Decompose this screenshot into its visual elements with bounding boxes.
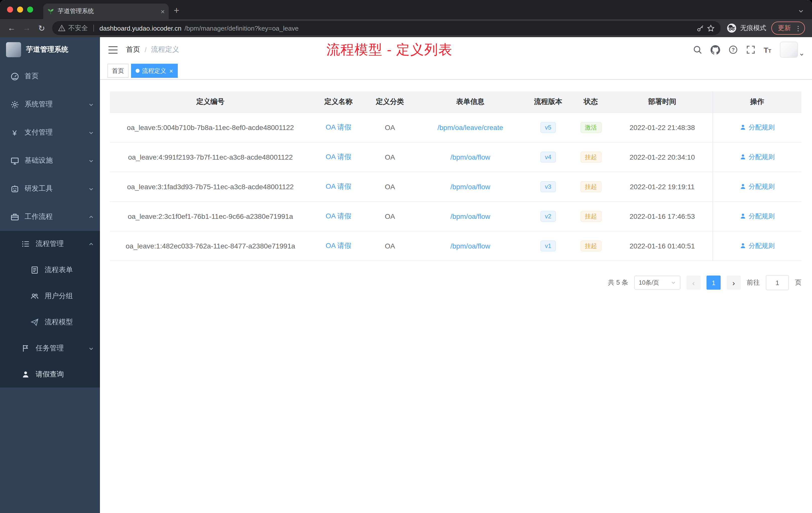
sidebar: 芋道管理系统 首页 系统管理 ¥ 支付管理: [0, 37, 100, 513]
user-icon: [740, 124, 746, 131]
chevron-down-icon: [88, 102, 94, 107]
definition-id: oa_leave:1:482ec033-762a-11ec-8477-a2380…: [110, 231, 311, 261]
breadcrumb-home[interactable]: 首页: [126, 45, 140, 54]
user-menu[interactable]: [780, 42, 804, 58]
definition-name-link[interactable]: OA 请假: [326, 241, 351, 249]
url-bar[interactable]: 不安全 dashboard.yudao.iocoder.cn /bpm/mana…: [52, 21, 721, 35]
definition-name-link[interactable]: OA 请假: [326, 153, 351, 161]
column-header-actions: 操作: [713, 91, 802, 113]
user-icon: [740, 243, 746, 249]
definition-name-link[interactable]: OA 请假: [326, 123, 351, 131]
assign-rule-button[interactable]: 分配规则: [740, 153, 775, 162]
definition-id: oa_leave:4:991f2193-7b7f-11ec-a3c8-acde4…: [110, 142, 311, 172]
form-link[interactable]: /bpm/oa/flow: [451, 212, 490, 220]
assign-rule-label: 分配规则: [749, 212, 775, 221]
sidebar-item-workflow[interactable]: 工作流程: [0, 203, 100, 231]
sidebar-item-home[interactable]: 首页: [0, 62, 100, 90]
sidebar-item-task-management[interactable]: 任务管理: [0, 335, 100, 361]
definition-category: OA: [366, 172, 414, 202]
tag-process-definition[interactable]: 流程定义 ×: [131, 64, 177, 78]
column-header-version: 流程版本: [527, 91, 570, 113]
chevron-up-icon: [88, 241, 94, 247]
bookmark-star-icon[interactable]: [707, 24, 715, 32]
tag-home[interactable]: 首页: [108, 64, 128, 78]
browser-update-button[interactable]: 更新 ⋮: [771, 22, 805, 35]
prev-page-button[interactable]: ‹: [687, 276, 700, 290]
back-button[interactable]: ←: [7, 24, 16, 33]
window-minimize-button[interactable]: [17, 6, 23, 12]
sidebar-item-label: 流程模型: [45, 318, 94, 327]
user-icon: [740, 183, 746, 190]
window-maximize-button[interactable]: [27, 6, 33, 12]
goto-page-input[interactable]: [766, 275, 789, 290]
page-unit-label: 页: [795, 278, 802, 287]
sidebar-item-devtools[interactable]: 研发工具: [0, 175, 100, 203]
version-badge: v1: [540, 240, 556, 251]
sidebar-item-leave-query[interactable]: 请假查询: [0, 361, 100, 388]
sidebar-item-infrastructure[interactable]: 基础设施: [0, 147, 100, 175]
assign-rule-button[interactable]: 分配规则: [740, 182, 775, 191]
incognito-indicator: 无痕模式: [727, 23, 766, 33]
form-link[interactable]: /bpm/oa/flow: [451, 183, 490, 191]
search-icon[interactable]: [693, 45, 702, 54]
help-icon[interactable]: ?: [728, 45, 737, 54]
definition-id: oa_leave:3:1fad3d93-7b75-11ec-a3c8-acde4…: [110, 172, 311, 202]
github-icon[interactable]: [710, 45, 720, 55]
not-secure-warning-icon: [58, 25, 65, 32]
sidebar-item-system[interactable]: 系统管理: [0, 90, 100, 118]
column-header-name: 定义名称: [311, 91, 366, 113]
definition-table: 定义编号 定义名称 定义分类 表单信息 流程版本 状态 部署时间 操作 oa_l: [110, 91, 802, 261]
workflow-submenu: 流程管理 流程表单 用户分组: [0, 231, 100, 388]
deploy-time: 2022-01-22 21:48:38: [612, 113, 713, 142]
version-badge: v2: [540, 211, 556, 222]
tags-view-bar: 首页 流程定义 ×: [100, 62, 812, 80]
reload-button[interactable]: ↻: [37, 23, 46, 33]
sidebar-item-process-model[interactable]: 流程模型: [0, 309, 100, 335]
incognito-label: 无痕模式: [740, 24, 766, 33]
sidebar-toggle-hamburger-icon[interactable]: [108, 46, 118, 54]
assign-rule-button[interactable]: 分配规则: [740, 123, 775, 132]
url-host: dashboard.yudao.iocoder.cn: [99, 24, 181, 32]
chevron-down-icon: [671, 280, 676, 285]
tag-close-icon[interactable]: ×: [169, 67, 173, 74]
browser-tab[interactable]: 芋道管理系统 ×: [43, 3, 169, 19]
assign-rule-button[interactable]: 分配规则: [740, 241, 775, 250]
top-navbar: 首页 / 流程定义 流程模型 - 定义列表 ?: [100, 37, 812, 62]
fullscreen-icon[interactable]: [746, 45, 755, 54]
tab-search-chevron-icon[interactable]: [798, 8, 804, 14]
form-link[interactable]: /bpm/oa/leave/create: [437, 123, 503, 131]
column-header-status: 状态: [570, 91, 612, 113]
forward-button[interactable]: →: [22, 24, 31, 33]
definition-id: oa_leave:2:3c1f0ef1-76b1-11ec-9c66-a2380…: [110, 202, 311, 231]
browser-tab-strip: 芋道管理系统 × +: [0, 0, 812, 19]
sidebar-item-label: 流程管理: [36, 239, 85, 248]
page-size-select[interactable]: 10条/页: [634, 276, 680, 290]
breadcrumb: 首页 / 流程定义: [126, 45, 179, 54]
next-page-button[interactable]: ›: [727, 276, 741, 290]
chevron-down-icon: [88, 158, 94, 163]
assign-rule-button[interactable]: 分配规则: [740, 212, 775, 221]
page-number-button[interactable]: 1: [706, 276, 721, 290]
sidebar-item-process-management[interactable]: 流程管理: [0, 231, 100, 257]
table-row: oa_leave:5:004b710b-7b8a-11ec-8ef0-acde4…: [110, 113, 802, 142]
definition-name-link[interactable]: OA 请假: [326, 212, 351, 220]
chevron-down-icon: [88, 130, 94, 135]
form-link[interactable]: /bpm/oa/flow: [451, 153, 490, 161]
browser-menu-icon[interactable]: ⋮: [795, 24, 802, 32]
tab-close-icon[interactable]: ×: [161, 8, 165, 15]
sidebar-item-payment[interactable]: ¥ 支付管理: [0, 118, 100, 147]
window-close-button[interactable]: [7, 6, 13, 12]
sidebar-item-user-group[interactable]: 用户分组: [0, 283, 100, 309]
table-header-row: 定义编号 定义名称 定义分类 表单信息 流程版本 状态 部署时间 操作: [110, 91, 802, 113]
password-key-icon[interactable]: [696, 24, 704, 32]
sidebar-item-process-form[interactable]: 流程表单: [0, 257, 100, 283]
font-size-icon[interactable]: TT: [763, 46, 771, 54]
form-link[interactable]: /bpm/oa/flow: [451, 242, 490, 250]
dashboard-icon: [10, 72, 19, 81]
deploy-time: 2022-01-16 01:40:51: [612, 231, 713, 261]
definition-name-link[interactable]: OA 请假: [326, 182, 351, 190]
favicon: [47, 8, 54, 15]
yen-icon: ¥: [10, 128, 19, 137]
new-tab-button[interactable]: +: [174, 5, 179, 16]
app-logo[interactable]: 芋道管理系统: [0, 37, 100, 62]
